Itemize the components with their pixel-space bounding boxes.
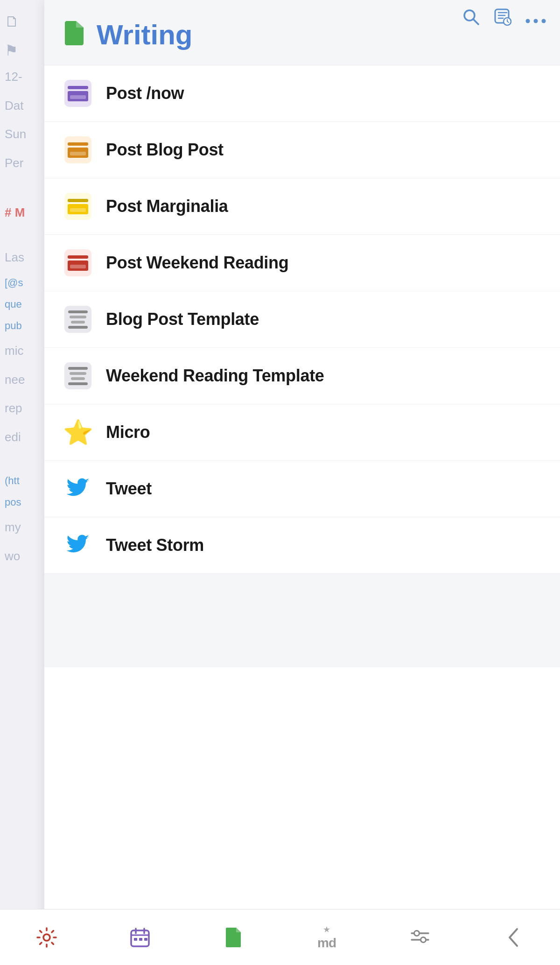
svg-point-4 <box>526 19 530 23</box>
post-blog-icon <box>63 135 93 165</box>
tab-document[interactable] <box>187 909 280 965</box>
tab-settings[interactable] <box>0 909 93 965</box>
post-now-label: Post /now <box>106 84 184 103</box>
more-icon[interactable] <box>525 10 546 28</box>
tweet-icon <box>63 474 93 504</box>
menu-item-post-now[interactable]: Post /now <box>44 65 560 122</box>
post-weekend-label: Post Weekend Reading <box>106 253 288 273</box>
tab-calendar[interactable] <box>93 909 187 965</box>
spacer <box>44 574 560 667</box>
tab-back[interactable] <box>467 909 560 965</box>
micro-icon: ⭐ <box>63 417 93 447</box>
micro-label: Micro <box>106 423 150 442</box>
svg-point-18 <box>421 937 426 942</box>
top-bar <box>0 0 560 37</box>
menu-item-micro[interactable]: ⭐ Micro <box>44 404 560 461</box>
svg-point-5 <box>534 19 538 23</box>
blog-template-icon <box>63 304 93 334</box>
tab-md[interactable]: ★ md <box>280 909 373 965</box>
menu-list: Post /now Post Blog Post <box>44 65 560 913</box>
bottom-tab-bar: ★ md <box>0 909 560 965</box>
blog-template-label: Blog Post Template <box>106 310 259 329</box>
post-marginalia-icon <box>63 191 93 221</box>
menu-item-weekend-template[interactable]: Weekend Reading Template <box>44 348 560 404</box>
svg-rect-12 <box>134 938 137 941</box>
menu-item-post-blog[interactable]: Post Blog Post <box>44 122 560 178</box>
post-marginalia-label: Post Marginalia <box>106 197 228 216</box>
tweet-storm-label: Tweet Storm <box>106 535 204 555</box>
weekend-template-icon <box>63 361 93 391</box>
tab-sliders[interactable] <box>373 909 467 965</box>
tweet-storm-icon <box>63 530 93 560</box>
svg-point-7 <box>43 934 50 941</box>
search-icon[interactable] <box>462 8 480 29</box>
menu-item-tweet[interactable]: Tweet <box>44 461 560 517</box>
history-icon[interactable] <box>494 8 511 29</box>
post-now-icon <box>63 78 93 108</box>
drawer-panel: Writing Post /now <box>44 0 560 965</box>
svg-rect-14 <box>144 938 147 941</box>
post-blog-label: Post Blog Post <box>106 140 224 160</box>
menu-item-blog-template[interactable]: Blog Post Template <box>44 291 560 348</box>
svg-rect-13 <box>139 938 142 941</box>
tweet-label: Tweet <box>106 479 152 499</box>
bg-flag-icon: ⚑ <box>5 42 18 59</box>
menu-item-post-weekend[interactable]: Post Weekend Reading <box>44 235 560 291</box>
svg-point-6 <box>542 19 546 23</box>
menu-item-tweet-storm[interactable]: Tweet Storm <box>44 517 560 574</box>
weekend-template-label: Weekend Reading Template <box>106 366 324 386</box>
post-weekend-icon <box>63 248 93 278</box>
svg-line-1 <box>473 19 478 24</box>
menu-item-post-marginalia[interactable]: Post Marginalia <box>44 178 560 235</box>
svg-point-17 <box>414 930 420 936</box>
